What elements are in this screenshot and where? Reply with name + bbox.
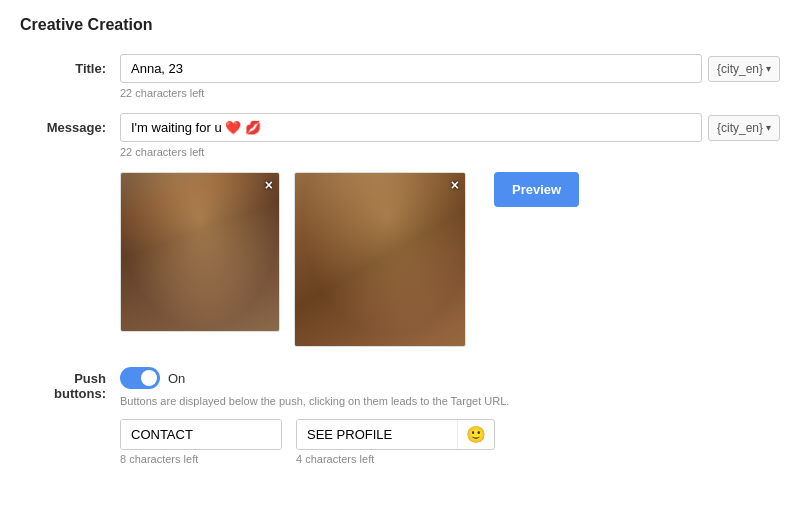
preview-button[interactable]: Preview — [494, 172, 579, 207]
message-chars-left: 22 characters left — [120, 146, 780, 158]
image-thumb-1: × — [120, 172, 280, 332]
push-button-2-input[interactable] — [297, 420, 457, 449]
photo-1 — [121, 173, 279, 331]
images-section: × × Preview — [20, 172, 780, 347]
push-label: Push buttons: — [20, 367, 120, 401]
toggle-row: On — [120, 367, 780, 389]
message-control: {city_en} 22 characters left — [120, 113, 780, 158]
photo-2 — [295, 173, 465, 346]
push-button-2-chars: 4 characters left — [296, 453, 495, 465]
push-btn-2-input-wrap: 🙂 — [296, 419, 495, 450]
title-row: Title: {city_en} 22 characters left — [20, 54, 780, 99]
push-hint: Buttons are displayed below the push, cl… — [120, 395, 780, 407]
emoji-button[interactable]: 🙂 — [457, 420, 494, 449]
push-button-1-wrap: 8 characters left — [120, 419, 282, 465]
toggle-on-label: On — [168, 371, 185, 386]
push-button-1-input[interactable] — [121, 420, 281, 449]
message-row: Message: {city_en} 22 characters left — [20, 113, 780, 158]
title-input-group: {city_en} — [120, 54, 780, 83]
images-wrap: × × Preview — [120, 172, 579, 347]
push-button-2-wrap: 🙂 4 characters left — [296, 419, 495, 465]
image-close-1[interactable]: × — [265, 177, 273, 193]
title-chars-left: 22 characters left — [120, 87, 780, 99]
push-button-1-chars: 8 characters left — [120, 453, 282, 465]
title-tag-button[interactable]: {city_en} — [708, 56, 780, 82]
title-control: {city_en} 22 characters left — [120, 54, 780, 99]
push-btn-1-input-wrap — [120, 419, 282, 450]
message-label: Message: — [20, 113, 120, 135]
title-input[interactable] — [120, 54, 702, 83]
push-control: On Buttons are displayed below the push,… — [120, 367, 780, 465]
push-row: Push buttons: On Buttons are displayed b… — [20, 367, 780, 465]
message-input[interactable] — [120, 113, 702, 142]
message-input-group: {city_en} — [120, 113, 780, 142]
image-thumb-2: × — [294, 172, 466, 347]
push-buttons-row: 8 characters left 🙂 4 characters left — [120, 419, 780, 465]
push-toggle[interactable] — [120, 367, 160, 389]
message-tag-button[interactable]: {city_en} — [708, 115, 780, 141]
image-close-2[interactable]: × — [451, 177, 459, 193]
page-title: Creative Creation — [20, 16, 780, 34]
title-label: Title: — [20, 54, 120, 76]
